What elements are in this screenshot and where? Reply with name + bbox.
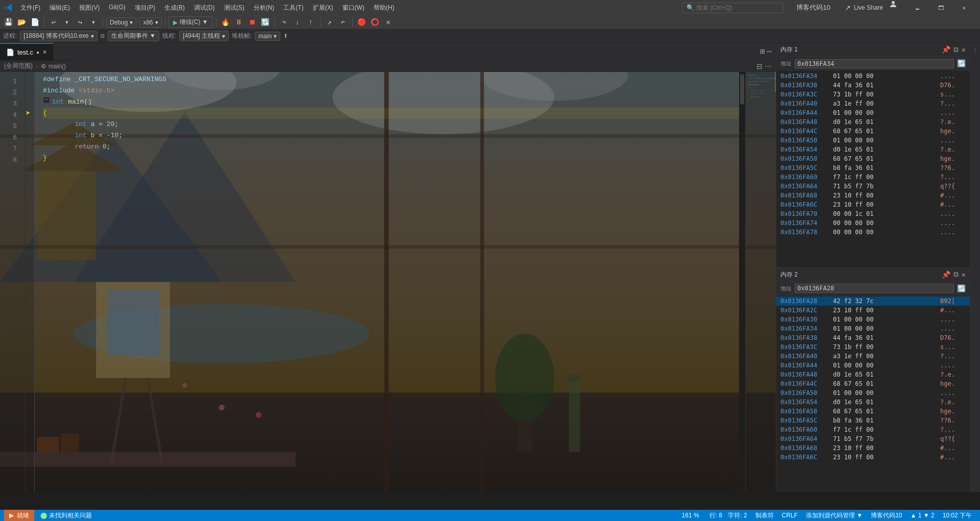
mem1-refresh-btn[interactable]: 🔃 (957, 59, 966, 68)
redo-btn[interactable]: ↪ (74, 16, 86, 29)
undo-dropdown[interactable]: ▾ (61, 16, 73, 29)
maximize-button[interactable]: 🗖 (929, 0, 952, 15)
save-btn[interactable]: 💾 (2, 16, 14, 29)
memory-row[interactable]: 0x0136FA6471 b5 f7 7bq??{ (776, 434, 970, 443)
git-status-btn[interactable]: ▲ 1 ▼ 2 (906, 512, 939, 519)
hot-reload-btn[interactable]: 🔥 (219, 16, 232, 29)
undo-btn[interactable]: ↩ (47, 16, 60, 29)
step-into-btn[interactable]: ↓ (291, 16, 304, 29)
menu-file[interactable]: 文件(F) (16, 2, 44, 14)
global-search-box[interactable]: 🔍 (682, 3, 784, 13)
mem1-close-btn[interactable]: ✕ (962, 45, 966, 54)
redo-dropdown[interactable]: ▾ (87, 16, 100, 29)
breadcrumb-scope[interactable]: (全局范围) (4, 62, 33, 70)
memory-row[interactable]: 0x0136FA4401 00 00 00.... (776, 108, 970, 117)
breadcrumb-func[interactable]: ⚙ main() (41, 63, 66, 70)
break-all-btn[interactable]: ⏸ (233, 16, 245, 29)
mem1-pin-btn[interactable]: 📌 (942, 45, 950, 54)
step-over-btn[interactable]: ↷ (278, 16, 290, 29)
live-share-button[interactable]: ↗ Live Share (839, 2, 889, 14)
memory-row[interactable]: 0x0136FA48d0 1e 65 01?.e. (776, 370, 970, 379)
mem2-refresh-btn[interactable]: 🔃 (957, 284, 966, 293)
memory-row[interactable]: 0x0136FA3C73 1b ff 00s... (776, 342, 970, 352)
editor-scrollbar[interactable] (739, 72, 745, 492)
memory-row[interactable]: 0x0136FA7800 00 00 00.... (776, 228, 970, 237)
memory-row[interactable]: 0x0136FA3844 fa 36 01D76. (776, 81, 970, 90)
memory-row[interactable]: 0x0136FA3401 00 00 00.... (776, 71, 970, 81)
mem2-float-btn[interactable]: ⧉ (953, 270, 959, 279)
memory-row[interactable]: 0x0136FA54d0 1e 65 01?.e. (776, 145, 970, 154)
memory-row[interactable]: 0x0136FA2C23 10 ff 00#... (776, 306, 970, 315)
scroll-thumb[interactable] (740, 74, 744, 105)
stackframe-selector[interactable]: main ▾ (255, 32, 280, 41)
line-ending-indicator[interactable]: CRLF (778, 512, 802, 519)
memory-row[interactable]: 0x0136FA7000 00 1c 01.... (776, 209, 970, 218)
code-editor[interactable]: #define _CRT_SECURE_NO_WARNINGS #include… (35, 72, 739, 492)
close-button[interactable]: ✕ (952, 0, 976, 15)
more-breadcrumb-btn[interactable]: ⋯ (765, 62, 772, 70)
zoom-level[interactable]: 161 % (682, 511, 699, 520)
tab-test-c[interactable]: 📄 test.c ● ✕ (0, 43, 54, 60)
step-out-btn[interactable]: ↑ (305, 16, 317, 29)
memory-row[interactable]: 0x0136FA60f7 1c ff 00?... (776, 172, 970, 182)
memory-row[interactable]: 0x0136FA6823 10 ff 00#... (776, 191, 970, 200)
step-back-btn[interactable]: ↶ (337, 16, 349, 29)
stackframe-up[interactable]: ⬆ (283, 33, 288, 39)
memory-row[interactable]: 0x0136FA2842 f2 32 7cB92| (776, 296, 970, 306)
memory-row[interactable]: 0x0136FA7400 00 00 00.... (776, 218, 970, 228)
memory-row[interactable]: 0x0136FA6C23 10 ff 00#... (776, 200, 970, 209)
run-to-cursor-btn[interactable]: ↗ (324, 16, 336, 29)
memory-row[interactable]: 0x0136FA6471 b5 f7 7bq??{ (776, 182, 970, 191)
source-control-btn[interactable]: 添加到源代码管理 ▼ (802, 511, 867, 520)
mem2-addr-input[interactable] (795, 284, 954, 293)
split-editor-btn[interactable]: ⊞ (760, 46, 765, 57)
memory-row[interactable]: 0x0136FA48d0 1e 65 01?.e. (776, 117, 970, 127)
memory-row[interactable]: 0x0136FA3401 00 00 00.... (776, 324, 970, 333)
menu-test[interactable]: 测试(S) (220, 2, 249, 14)
debug-status-indicator[interactable]: ▶ 就绪 (4, 510, 34, 521)
memory-row[interactable]: 0x0136FA40a3 1e ff 00?... (776, 352, 970, 361)
memory-row[interactable]: 0x0136FA6C23 10 ff 00#... (776, 453, 970, 462)
collapse-all-btn[interactable]: ⊟ (756, 62, 763, 70)
memory-row[interactable]: 0x0136FA5868 67 65 01hge. (776, 154, 970, 163)
copy-icon[interactable]: ⧉ (101, 33, 105, 39)
memory-1-content[interactable]: 0x0136FA3401 00 00 00....0x0136FA3844 fa… (776, 70, 970, 267)
project-name-btn[interactable]: 博客代码10 (867, 511, 906, 520)
line-col-indicator[interactable]: 行: 8 字符: 2 (705, 511, 751, 520)
mem1-addr-input[interactable] (795, 59, 954, 68)
memory-row[interactable]: 0x0136FA60f7 1c ff 00?... (776, 425, 970, 434)
right-panel-toggle[interactable]: ⋯ (971, 45, 979, 57)
menu-git[interactable]: Git(G) (105, 2, 130, 14)
restart-btn[interactable]: 🔃 (259, 16, 272, 29)
process-selector[interactable]: [18884] 博客代码10.exe ▾ (20, 31, 97, 41)
new-file-btn[interactable]: 📄 (29, 16, 41, 29)
thread-selector[interactable]: [4944] 主线程 ▾ (179, 31, 229, 41)
menu-build[interactable]: 生成(B) (160, 2, 189, 14)
minimap-slider[interactable] (775, 72, 776, 92)
platform-dropdown[interactable]: x86 ▾ (139, 17, 161, 28)
more-tabs-btn[interactable]: ⋯ (767, 46, 772, 57)
menu-extensions[interactable]: 扩展(X) (309, 2, 337, 14)
menu-project[interactable]: 项目(P) (131, 2, 159, 14)
bp-toggle-btn[interactable]: 🔴 (356, 16, 368, 29)
memory-2-content[interactable]: 0x0136FA2842 f2 32 7cB92|0x0136FA2C23 10… (776, 295, 970, 492)
menu-tools[interactable]: 工具(T) (279, 2, 307, 14)
memory-row[interactable]: 0x0136FA4C68 67 65 01hge. (776, 127, 970, 136)
mem1-float-btn[interactable]: ⧉ (953, 46, 959, 54)
tab-close-button[interactable]: ✕ (42, 49, 47, 56)
collapse-button[interactable]: − (43, 96, 50, 104)
memory-row[interactable]: 0x0136FA3C73 1b ff 00s... (776, 90, 970, 99)
mem2-pin-btn[interactable]: 📌 (942, 270, 950, 279)
bp-disable-btn[interactable]: ⭕ (369, 16, 381, 29)
mem2-close-btn[interactable]: ✕ (962, 270, 966, 279)
encoding-indicator[interactable]: 制表符 (751, 511, 778, 520)
global-search-input[interactable] (696, 4, 768, 11)
memory-row[interactable]: 0x0136FA5001 00 00 00.... (776, 388, 970, 398)
problems-indicator[interactable]: ⬤ 未找到相关问题 (40, 511, 92, 520)
memory-row[interactable]: 0x0136FA5001 00 00 00.... (776, 136, 970, 145)
open-btn[interactable]: 📂 (15, 16, 28, 29)
menu-help[interactable]: 帮助(H) (370, 2, 399, 14)
memory-row[interactable]: 0x0136FA40a3 1e ff 00?... (776, 99, 970, 108)
memory-row[interactable]: 0x0136FA5Cb8 fa 36 01??6. (776, 163, 970, 172)
debug-config-dropdown[interactable]: Debug ▾ (106, 17, 136, 28)
